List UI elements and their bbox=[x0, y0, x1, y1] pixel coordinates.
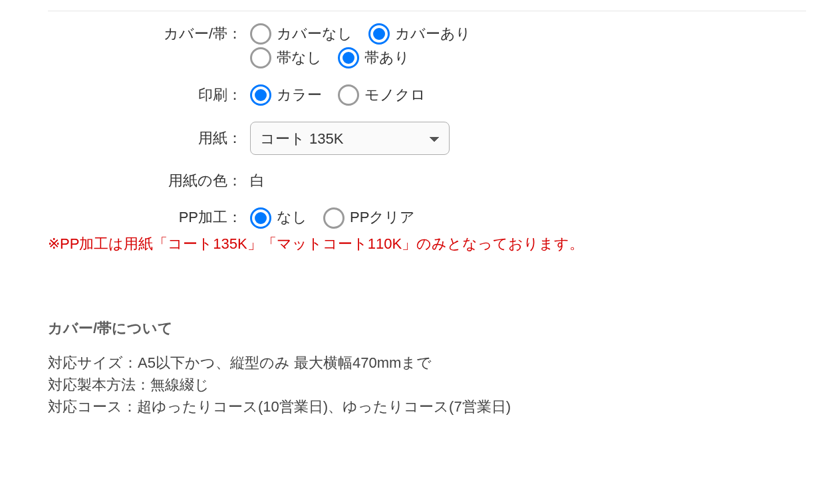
print-options: カラー モノクロ bbox=[242, 84, 436, 106]
radio-circle-icon bbox=[250, 84, 271, 106]
radio-pp-clear[interactable]: PPクリア bbox=[323, 207, 415, 229]
radio-label: なし bbox=[277, 207, 307, 228]
radio-print-color[interactable]: カラー bbox=[250, 84, 322, 106]
radio-circle-icon bbox=[323, 207, 345, 229]
info-size: 対応サイズ：A5以下かつ、縦型のみ 最大横幅470mmまで bbox=[48, 353, 806, 374]
paper-color-value: 白 bbox=[250, 171, 265, 191]
paper-ctrl: コート 135K bbox=[242, 122, 450, 155]
section-title-cover-obi: カバー/帯について bbox=[48, 318, 806, 339]
radio-cover-yes[interactable]: カバーあり bbox=[368, 23, 471, 45]
label-paper-color: 用紙の色： bbox=[48, 171, 242, 191]
radio-label: カバーなし bbox=[277, 24, 352, 45]
form-region: カバー/帯： カバーなし カバーあり 帯なし 帯あり 印刷： bbox=[0, 0, 830, 445]
radio-pp-none[interactable]: なし bbox=[250, 207, 307, 229]
radio-label: モノクロ bbox=[364, 85, 426, 106]
row-cover: カバー/帯： カバーなし カバーあり bbox=[48, 23, 806, 45]
label-paper: 用紙： bbox=[48, 128, 242, 149]
radio-obi-yes[interactable]: 帯あり bbox=[338, 47, 410, 68]
label-pp: PP加工： bbox=[48, 207, 242, 228]
label-cover-obi: カバー/帯： bbox=[48, 24, 242, 45]
row-paper: 用紙： コート 135K bbox=[48, 122, 806, 155]
radio-label: 帯なし bbox=[277, 48, 322, 68]
radio-circle-icon bbox=[250, 47, 271, 68]
radio-circle-icon bbox=[250, 23, 271, 45]
info-course: 対応コース：超ゆったりコース(10営業日)、ゆったりコース(7営業日) bbox=[48, 397, 806, 418]
info-binding: 対応製本方法：無線綴じ bbox=[48, 375, 806, 396]
row-print: 印刷： カラー モノクロ bbox=[48, 84, 806, 106]
radio-label: カバーあり bbox=[395, 24, 471, 45]
radio-label: 帯あり bbox=[364, 48, 410, 68]
row-pp: PP加工： なし PPクリア bbox=[48, 207, 806, 229]
paper-color-value-wrap: 白 bbox=[242, 171, 265, 191]
radio-circle-icon bbox=[368, 23, 390, 45]
radio-label: カラー bbox=[277, 85, 322, 106]
radio-circle-icon bbox=[338, 47, 359, 68]
radio-label: PPクリア bbox=[350, 207, 415, 228]
radio-cover-none[interactable]: カバーなし bbox=[250, 23, 352, 45]
paper-select[interactable]: コート 135K bbox=[250, 122, 450, 155]
pp-options: なし PPクリア bbox=[242, 207, 426, 229]
divider bbox=[48, 11, 806, 11]
radio-print-mono[interactable]: モノクロ bbox=[338, 84, 426, 106]
radio-circle-icon bbox=[250, 207, 271, 229]
radio-obi-none[interactable]: 帯なし bbox=[250, 47, 322, 68]
row-obi: 帯なし 帯あり bbox=[48, 47, 806, 68]
obi-options: 帯なし 帯あり bbox=[242, 47, 420, 68]
label-print: 印刷： bbox=[48, 85, 242, 106]
radio-circle-icon bbox=[338, 84, 359, 106]
cover-options: カバーなし カバーあり bbox=[242, 23, 482, 45]
row-paper-color: 用紙の色： 白 bbox=[48, 171, 806, 191]
pp-note: ※PP加工は用紙「コート135K」「マットコート110K」のみとなっております。 bbox=[48, 234, 806, 255]
